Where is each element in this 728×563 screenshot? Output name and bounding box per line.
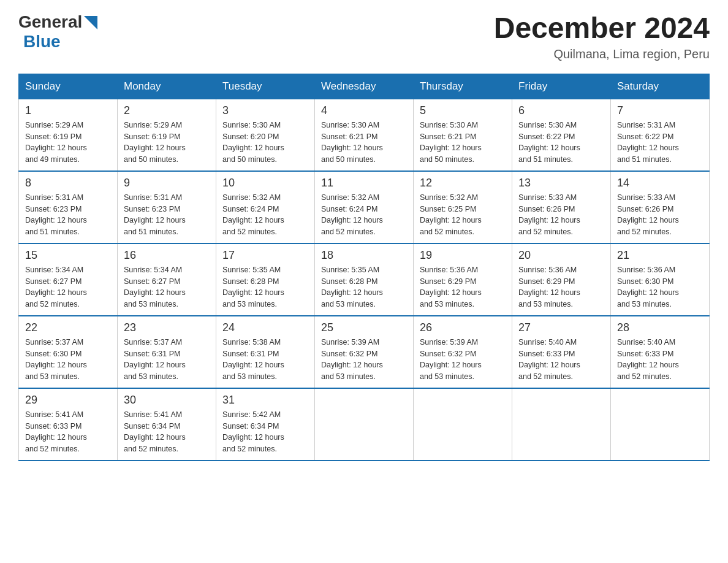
day-number: 23: [124, 321, 210, 334]
day-info: Sunrise: 5:32 AM Sunset: 6:24 PM Dayligh…: [222, 192, 308, 238]
day-info: Sunrise: 5:41 AM Sunset: 6:33 PM Dayligh…: [25, 409, 111, 455]
calendar-cell: 3 Sunrise: 5:30 AM Sunset: 6:20 PM Dayli…: [216, 99, 315, 171]
calendar-cell: 4 Sunrise: 5:30 AM Sunset: 6:21 PM Dayli…: [315, 99, 414, 171]
day-number: 3: [222, 104, 308, 117]
calendar-cell: 16 Sunrise: 5:34 AM Sunset: 6:27 PM Dayl…: [118, 243, 216, 316]
day-number: 11: [321, 177, 407, 190]
day-info: Sunrise: 5:30 AM Sunset: 6:20 PM Dayligh…: [222, 120, 308, 166]
day-number: 20: [518, 249, 604, 262]
logo-arrow-icon: [84, 16, 97, 29]
day-number: 1: [25, 104, 111, 117]
day-number: 6: [518, 104, 604, 117]
calendar-cell: 1 Sunrise: 5:29 AM Sunset: 6:19 PM Dayli…: [19, 99, 118, 171]
day-info: Sunrise: 5:29 AM Sunset: 6:19 PM Dayligh…: [25, 120, 111, 166]
day-number: 15: [25, 249, 111, 262]
day-info: Sunrise: 5:36 AM Sunset: 6:30 PM Dayligh…: [617, 264, 703, 310]
day-number: 14: [617, 177, 703, 190]
calendar-cell: 18 Sunrise: 5:35 AM Sunset: 6:28 PM Dayl…: [315, 243, 414, 316]
day-number: 18: [321, 249, 407, 262]
calendar-cell: 12 Sunrise: 5:32 AM Sunset: 6:25 PM Dayl…: [414, 171, 512, 243]
calendar-cell: 6 Sunrise: 5:30 AM Sunset: 6:22 PM Dayli…: [512, 99, 611, 171]
calendar-cell: [414, 388, 512, 461]
calendar-cell: 26 Sunrise: 5:39 AM Sunset: 6:32 PM Dayl…: [414, 316, 512, 388]
week-row-2: 8 Sunrise: 5:31 AM Sunset: 6:23 PM Dayli…: [19, 171, 710, 243]
calendar-cell: 2 Sunrise: 5:29 AM Sunset: 6:19 PM Dayli…: [118, 99, 216, 171]
day-number: 8: [25, 177, 111, 190]
calendar-cell: 13 Sunrise: 5:33 AM Sunset: 6:26 PM Dayl…: [512, 171, 611, 243]
calendar-cell: 17 Sunrise: 5:35 AM Sunset: 6:28 PM Dayl…: [216, 243, 315, 316]
calendar-cell: 20 Sunrise: 5:36 AM Sunset: 6:29 PM Dayl…: [512, 243, 611, 316]
day-number: 12: [420, 177, 506, 190]
calendar-cell: 30 Sunrise: 5:41 AM Sunset: 6:34 PM Dayl…: [118, 388, 216, 461]
calendar-cell: 21 Sunrise: 5:36 AM Sunset: 6:30 PM Dayl…: [611, 243, 710, 316]
day-info: Sunrise: 5:33 AM Sunset: 6:26 PM Dayligh…: [518, 192, 604, 238]
title-section: December 2024 Quilmana, Lima region, Per…: [494, 12, 710, 61]
location-title: Quilmana, Lima region, Peru: [494, 47, 710, 61]
calendar-cell: [315, 388, 414, 461]
month-title: December 2024: [494, 12, 710, 45]
day-info: Sunrise: 5:31 AM Sunset: 6:22 PM Dayligh…: [617, 120, 703, 166]
header-tuesday: Tuesday: [216, 74, 315, 99]
calendar-cell: 14 Sunrise: 5:33 AM Sunset: 6:26 PM Dayl…: [611, 171, 710, 243]
weekday-header-row: SundayMondayTuesdayWednesdayThursdayFrid…: [19, 74, 710, 99]
calendar-cell: 24 Sunrise: 5:38 AM Sunset: 6:31 PM Dayl…: [216, 316, 315, 388]
calendar-cell: 5 Sunrise: 5:30 AM Sunset: 6:21 PM Dayli…: [414, 99, 512, 171]
logo-blue-text: Blue: [23, 32, 61, 52]
day-info: Sunrise: 5:40 AM Sunset: 6:33 PM Dayligh…: [518, 337, 604, 383]
day-info: Sunrise: 5:35 AM Sunset: 6:28 PM Dayligh…: [321, 264, 407, 310]
day-number: 2: [124, 104, 210, 117]
header-monday: Monday: [118, 74, 216, 99]
calendar-cell: 28 Sunrise: 5:40 AM Sunset: 6:33 PM Dayl…: [611, 316, 710, 388]
header-sunday: Sunday: [19, 74, 118, 99]
day-info: Sunrise: 5:34 AM Sunset: 6:27 PM Dayligh…: [124, 264, 210, 310]
calendar-cell: 11 Sunrise: 5:32 AM Sunset: 6:24 PM Dayl…: [315, 171, 414, 243]
day-number: 13: [518, 177, 604, 190]
day-info: Sunrise: 5:38 AM Sunset: 6:31 PM Dayligh…: [222, 337, 308, 383]
calendar-cell: [512, 388, 611, 461]
day-info: Sunrise: 5:37 AM Sunset: 6:30 PM Dayligh…: [25, 337, 111, 383]
day-number: 19: [420, 249, 506, 262]
calendar-cell: 7 Sunrise: 5:31 AM Sunset: 6:22 PM Dayli…: [611, 99, 710, 171]
calendar-cell: 27 Sunrise: 5:40 AM Sunset: 6:33 PM Dayl…: [512, 316, 611, 388]
day-number: 25: [321, 321, 407, 334]
calendar-cell: 19 Sunrise: 5:36 AM Sunset: 6:29 PM Dayl…: [414, 243, 512, 316]
calendar-cell: 15 Sunrise: 5:34 AM Sunset: 6:27 PM Dayl…: [19, 243, 118, 316]
day-info: Sunrise: 5:39 AM Sunset: 6:32 PM Dayligh…: [321, 337, 407, 383]
day-number: 10: [222, 177, 308, 190]
svg-marker-0: [84, 16, 97, 29]
calendar-cell: [611, 388, 710, 461]
calendar-cell: 29 Sunrise: 5:41 AM Sunset: 6:33 PM Dayl…: [19, 388, 118, 461]
week-row-1: 1 Sunrise: 5:29 AM Sunset: 6:19 PM Dayli…: [19, 99, 710, 171]
calendar-cell: 31 Sunrise: 5:42 AM Sunset: 6:34 PM Dayl…: [216, 388, 315, 461]
day-info: Sunrise: 5:31 AM Sunset: 6:23 PM Dayligh…: [124, 192, 210, 238]
day-info: Sunrise: 5:32 AM Sunset: 6:25 PM Dayligh…: [420, 192, 506, 238]
calendar-cell: 22 Sunrise: 5:37 AM Sunset: 6:30 PM Dayl…: [19, 316, 118, 388]
day-number: 22: [25, 321, 111, 334]
day-info: Sunrise: 5:34 AM Sunset: 6:27 PM Dayligh…: [25, 264, 111, 310]
day-info: Sunrise: 5:30 AM Sunset: 6:21 PM Dayligh…: [420, 120, 506, 166]
day-number: 24: [222, 321, 308, 334]
day-number: 21: [617, 249, 703, 262]
day-info: Sunrise: 5:37 AM Sunset: 6:31 PM Dayligh…: [124, 337, 210, 383]
day-number: 5: [420, 104, 506, 117]
day-info: Sunrise: 5:30 AM Sunset: 6:21 PM Dayligh…: [321, 120, 407, 166]
day-number: 9: [124, 177, 210, 190]
day-info: Sunrise: 5:35 AM Sunset: 6:28 PM Dayligh…: [222, 264, 308, 310]
calendar-cell: 10 Sunrise: 5:32 AM Sunset: 6:24 PM Dayl…: [216, 171, 315, 243]
day-info: Sunrise: 5:39 AM Sunset: 6:32 PM Dayligh…: [420, 337, 506, 383]
day-info: Sunrise: 5:30 AM Sunset: 6:22 PM Dayligh…: [518, 120, 604, 166]
day-number: 26: [420, 321, 506, 334]
day-number: 4: [321, 104, 407, 117]
day-number: 31: [222, 394, 308, 407]
header-thursday: Thursday: [414, 74, 512, 99]
calendar-cell: 9 Sunrise: 5:31 AM Sunset: 6:23 PM Dayli…: [118, 171, 216, 243]
header-saturday: Saturday: [611, 74, 710, 99]
calendar-cell: 25 Sunrise: 5:39 AM Sunset: 6:32 PM Dayl…: [315, 316, 414, 388]
header-wednesday: Wednesday: [315, 74, 414, 99]
day-number: 29: [25, 394, 111, 407]
page-header: General Blue December 2024 Quilmana, Lim…: [18, 12, 710, 61]
day-info: Sunrise: 5:36 AM Sunset: 6:29 PM Dayligh…: [420, 264, 506, 310]
day-info: Sunrise: 5:29 AM Sunset: 6:19 PM Dayligh…: [124, 120, 210, 166]
week-row-3: 15 Sunrise: 5:34 AM Sunset: 6:27 PM Dayl…: [19, 243, 710, 316]
day-info: Sunrise: 5:31 AM Sunset: 6:23 PM Dayligh…: [25, 192, 111, 238]
